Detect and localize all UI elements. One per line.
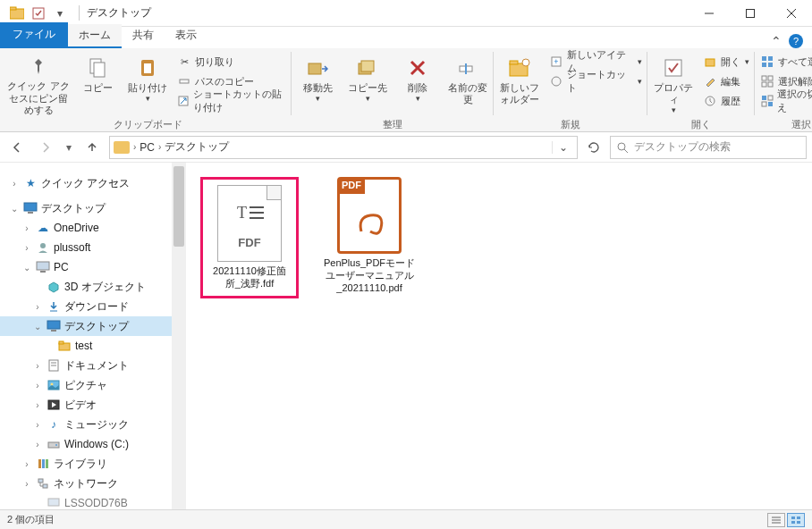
svg-rect-19	[465, 63, 467, 74]
nav-desktop-top[interactable]: ⌄デスクトップ	[0, 198, 186, 218]
nav-music[interactable]: ›♪ミュージック	[0, 415, 186, 434]
invert-selection-icon	[760, 94, 774, 108]
refresh-button[interactable]	[583, 140, 605, 155]
svg-rect-76	[791, 521, 795, 524]
svg-rect-75	[797, 516, 800, 519]
breadcrumb-pc[interactable]: PC	[140, 141, 155, 154]
ribbon-group-clipboard: クイック アクセスにピン留めする コピー 貼り付け▾ ✂切り取り パスのコピー …	[0, 48, 292, 131]
ribbon: クイック アクセスにピン留めする コピー 貼り付け▾ ✂切り取り パスのコピー …	[0, 48, 812, 132]
pin-to-quick-access-button[interactable]: クイック アクセスにピン留めする	[5, 52, 72, 116]
properties-button[interactable]: プロパティ▾	[649, 52, 698, 116]
forward-button[interactable]	[34, 136, 57, 159]
edit-button[interactable]: 編集	[699, 71, 753, 91]
svg-rect-32	[768, 63, 773, 67]
svg-rect-11	[180, 80, 189, 83]
nav-desktop[interactable]: ⌄デスクトップ	[0, 316, 186, 336]
breadcrumb-desktop[interactable]: デスクトップ	[165, 139, 229, 155]
view-large-icons-button[interactable]	[787, 513, 805, 527]
up-button[interactable]	[80, 136, 104, 159]
music-icon: ♪	[47, 417, 61, 432]
svg-rect-35	[762, 82, 766, 87]
svg-point-60	[55, 444, 57, 446]
nav-plussoft[interactable]: ›plussoft	[0, 238, 186, 257]
minimize-button[interactable]	[689, 0, 730, 27]
paste-icon	[135, 55, 160, 80]
nav-quick-access[interactable]: ›★クイック アクセス	[0, 173, 186, 193]
cut-icon: ✂	[177, 55, 191, 69]
invert-selection-button[interactable]: 選択の切り替え	[757, 91, 812, 111]
tab-view[interactable]: 表示	[165, 24, 207, 48]
file-name: PenPlus_PDFモードユーザーマニュアル_20211110.pdf	[320, 257, 419, 294]
nav-documents[interactable]: ›ドキュメント	[0, 356, 186, 375]
breadcrumb[interactable]: › PC › デスクトップ ⌄	[109, 136, 578, 159]
nav-network[interactable]: ›ネットワーク	[0, 474, 186, 493]
nav-truncated[interactable]: LSSODD76B	[0, 493, 186, 509]
chevron-right-icon[interactable]: ›	[158, 142, 161, 152]
nav-videos[interactable]: ›ビデオ	[0, 395, 186, 415]
pc-icon	[36, 260, 50, 274]
select-all-icon	[760, 55, 774, 69]
close-button[interactable]	[771, 0, 812, 27]
help-icon[interactable]: ?	[789, 34, 803, 48]
qat-dropdown-icon[interactable]: ▾	[50, 4, 70, 23]
easy-access-icon	[549, 74, 563, 88]
nav-pc[interactable]: ⌄PC	[0, 257, 186, 277]
back-button[interactable]	[5, 136, 29, 159]
svg-rect-0	[10, 9, 24, 19]
file-item-pdf[interactable]: PDF PenPlus_PDFモードユーザーマニュアル_20211110.pdf	[320, 177, 419, 294]
group-label-select: 選択	[791, 117, 811, 131]
svg-rect-8	[94, 63, 105, 77]
paste-shortcut-button[interactable]: ショートカットの貼り付け	[173, 91, 290, 111]
maximize-button[interactable]	[730, 0, 771, 27]
network-icon	[36, 476, 50, 491]
scrollbar-thumb[interactable]	[173, 166, 184, 247]
svg-point-41	[618, 143, 625, 150]
delete-button[interactable]: 削除▾	[393, 52, 442, 116]
nav-scrollbar[interactable]	[172, 163, 186, 509]
rename-button[interactable]: 名前の変更	[444, 52, 492, 116]
pc-icon	[47, 496, 61, 509]
tab-share[interactable]: 共有	[122, 24, 165, 48]
svg-rect-65	[43, 484, 47, 488]
tab-home[interactable]: ホーム	[68, 24, 122, 48]
view-details-button[interactable]	[767, 513, 785, 527]
select-all-button[interactable]: すべて選択	[757, 52, 812, 71]
search-input[interactable]: デスクトップの検索	[610, 136, 807, 159]
nav-test[interactable]: test	[0, 336, 186, 356]
document-icon	[47, 358, 61, 373]
cut-button[interactable]: ✂切り取り	[173, 52, 274, 71]
svg-rect-62	[42, 459, 45, 468]
copy-button[interactable]: コピー	[73, 52, 122, 116]
open-button[interactable]: 開く▾	[699, 52, 753, 71]
svg-rect-63	[46, 459, 48, 468]
chevron-right-icon[interactable]: ›	[133, 142, 136, 152]
recent-button[interactable]: ▾	[63, 136, 75, 159]
properties-icon	[661, 55, 686, 80]
history-button[interactable]: 履歴	[699, 91, 753, 111]
svg-rect-61	[38, 459, 41, 468]
drive-icon	[47, 437, 61, 451]
ribbon-collapse-icon[interactable]: ⌃	[771, 34, 782, 48]
svg-rect-43	[24, 203, 37, 211]
new-folder-button[interactable]: 新しいフォルダー	[495, 52, 544, 116]
tab-file[interactable]: ファイル	[0, 22, 68, 48]
paste-button[interactable]: 貼り付け▾	[123, 52, 172, 116]
nav-downloads[interactable]: ›ダウンロード	[0, 297, 186, 316]
copy-to-button[interactable]: コピー先▾	[343, 52, 392, 116]
svg-text:T: T	[237, 204, 247, 222]
nav-pictures[interactable]: ›ピクチャ	[0, 375, 186, 395]
file-item-fdf[interactable]: T FDF 20211110修正箇所_浅野.fdf	[200, 177, 299, 298]
qat-properties-icon[interactable]	[29, 4, 48, 23]
nav-library[interactable]: ›ライブラリ	[0, 454, 186, 474]
svg-rect-49	[47, 321, 60, 329]
copy-icon	[85, 55, 110, 80]
breadcrumb-dropdown[interactable]: ⌄	[552, 141, 573, 154]
library-icon	[36, 457, 50, 471]
move-to-button[interactable]: 移動先▾	[293, 52, 342, 116]
nav-onedrive[interactable]: ›☁OneDrive	[0, 218, 186, 238]
file-list[interactable]: T FDF 20211110修正箇所_浅野.fdf PDF PenPlus_PD…	[186, 163, 812, 509]
search-icon	[616, 141, 629, 154]
nav-windows-c[interactable]: ›Windows (C:)	[0, 434, 186, 454]
easy-access-button[interactable]: ショートカット▾	[546, 71, 646, 91]
nav-3d-objects[interactable]: 3D オブジェクト	[0, 277, 186, 297]
